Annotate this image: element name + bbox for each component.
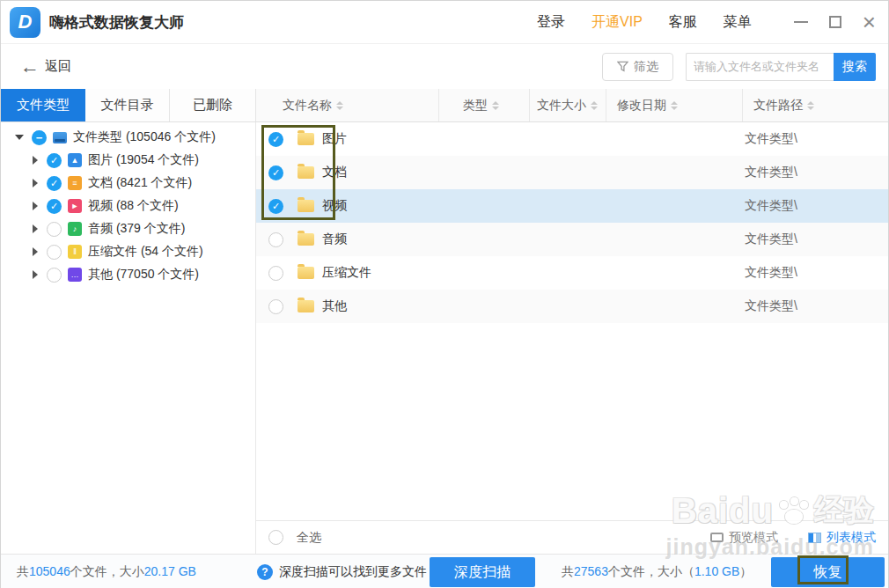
tab-deleted[interactable]: 已删除 (170, 89, 256, 121)
unchecked-checkbox-icon[interactable] (47, 222, 62, 237)
checked-checkbox-icon[interactable]: ✓ (268, 199, 283, 214)
filter-label: 筛选 (634, 59, 658, 75)
tab-file-type[interactable]: 文件类型 (1, 89, 85, 121)
folder-icon (298, 200, 314, 212)
sort-icon[interactable] (671, 101, 678, 110)
status-bar: 共105046个文件，大小20.17 GB ? 深度扫描可以找到更多文件 深度扫… (1, 554, 888, 588)
other-type-icon: … (68, 268, 82, 282)
question-icon[interactable]: ? (257, 564, 273, 580)
tree-label: 压缩文件 (54 个文件) (88, 244, 203, 260)
tree-item-audio[interactable]: ♪ 音频 (379 个文件) (1, 217, 255, 240)
header-file-size[interactable]: 文件大小 (529, 89, 606, 121)
selected-size: 1.10 GB (694, 564, 739, 578)
search-box: 搜索 (686, 53, 876, 81)
list-footer: 全选 预览模式 列表模式 (256, 520, 888, 554)
header-file-path[interactable]: 文件路径 (742, 89, 888, 121)
folder-icon (298, 267, 314, 279)
sort-icon[interactable] (807, 101, 814, 110)
checked-checkbox-icon[interactable]: ✓ (268, 132, 283, 147)
sort-icon[interactable] (492, 101, 499, 110)
tree-item-documents[interactable]: ✓ ≡ 文档 (8421 个文件) (1, 172, 255, 195)
tree-label: 文档 (8421 个文件) (88, 175, 192, 191)
unchecked-checkbox-icon[interactable] (268, 299, 283, 314)
file-list: ✓ 图片 文件类型\ ✓ 文档 文件类型\ ✓ 视频 文件类型\ (256, 122, 888, 520)
expand-arrow-icon[interactable] (33, 179, 38, 187)
expand-arrow-icon[interactable] (33, 156, 38, 165)
deep-scan-hint: 深度扫描可以找到更多文件 (279, 555, 427, 588)
file-path: 文件类型\ (745, 131, 797, 147)
list-mode-icon (808, 533, 821, 543)
preview-mode-button[interactable]: 预览模式 (710, 530, 778, 546)
checked-checkbox-icon[interactable]: ✓ (47, 153, 62, 168)
unchecked-checkbox-icon[interactable] (47, 268, 62, 283)
funnel-icon (617, 61, 628, 72)
expand-arrow-icon[interactable] (33, 247, 38, 256)
filter-button[interactable]: 筛选 (602, 53, 673, 81)
total-count: 105046 (29, 564, 70, 578)
drive-icon (53, 132, 67, 143)
tree-item-file-types-root[interactable]: − 文件类型 (105046 个文件) (1, 126, 255, 149)
search-button[interactable]: 搜索 (834, 53, 876, 81)
support-link[interactable]: 客服 (669, 13, 697, 32)
app-logo-icon: D (10, 7, 40, 38)
deep-scan-button[interactable]: 深度扫描 (430, 557, 535, 587)
expand-arrow-icon[interactable] (33, 202, 38, 210)
file-path: 文件类型\ (745, 232, 797, 247)
menu-link[interactable]: 菜单 (724, 13, 752, 32)
search-input[interactable] (686, 53, 834, 81)
login-link[interactable]: 登录 (537, 13, 565, 32)
collapse-arrow-icon[interactable] (15, 135, 24, 140)
file-path: 文件类型\ (745, 198, 797, 214)
folder-icon (298, 233, 314, 246)
video-type-icon: ► (68, 199, 82, 213)
table-row-others[interactable]: 其他 文件类型\ (256, 290, 888, 323)
tab-file-directory[interactable]: 文件目录 (85, 89, 170, 121)
tree-label: 图片 (19054 个文件) (88, 152, 199, 168)
table-row-audio[interactable]: 音频 文件类型\ (256, 223, 888, 256)
title-bar: D 嗨格式数据恢复大师 登录 开通VIP 客服 菜单 × (1, 1, 888, 43)
recover-button[interactable]: 恢复 (771, 557, 885, 587)
partial-checkbox-icon[interactable]: − (32, 130, 47, 145)
tree-label: 文件类型 (105046 个文件) (73, 129, 216, 145)
header-file-name[interactable]: 文件名称 (256, 89, 438, 121)
table-header-row: 文件名称 类型 文件大小 修改日期 文件路径 (256, 89, 888, 121)
header-modified-date[interactable]: 修改日期 (606, 89, 742, 121)
checked-checkbox-icon[interactable]: ✓ (268, 165, 283, 180)
checked-checkbox-icon[interactable]: ✓ (47, 199, 62, 214)
sort-icon[interactable] (591, 101, 598, 110)
back-button[interactable]: ← 返回 (20, 57, 71, 77)
unchecked-checkbox-icon[interactable] (268, 530, 283, 545)
expand-arrow-icon[interactable] (33, 224, 38, 233)
unchecked-checkbox-icon[interactable] (47, 245, 62, 260)
selected-count: 27563 (574, 564, 608, 578)
file-type-tree: − 文件类型 (105046 个文件) ✓ ▲ 图片 (19054 个文件) ✓… (1, 122, 256, 554)
archive-type-icon: ‖ (68, 245, 82, 259)
list-mode-button[interactable]: 列表模式 (808, 530, 876, 546)
table-row-archives[interactable]: 压缩文件 文件类型\ (256, 256, 888, 290)
unchecked-checkbox-icon[interactable] (268, 266, 283, 281)
unchecked-checkbox-icon[interactable] (268, 232, 283, 247)
tree-item-archives[interactable]: ‖ 压缩文件 (54 个文件) (1, 240, 255, 263)
table-row-videos[interactable]: ✓ 视频 文件类型\ (256, 189, 888, 223)
maximize-icon[interactable] (829, 16, 841, 28)
back-label: 返回 (45, 58, 71, 75)
tree-item-images[interactable]: ✓ ▲ 图片 (19054 个文件) (1, 149, 255, 172)
table-row-images[interactable]: ✓ 图片 文件类型\ (256, 122, 888, 156)
tree-item-others[interactable]: … 其他 (77050 个文件) (1, 263, 255, 286)
close-icon[interactable]: × (863, 16, 876, 28)
sort-icon[interactable] (336, 101, 343, 110)
file-path: 文件类型\ (745, 165, 797, 180)
header-type[interactable]: 类型 (438, 89, 529, 121)
app-title: 嗨格式数据恢复大师 (49, 12, 184, 33)
selected-files-summary: 共27563个文件，大小（1.10 GB） (562, 555, 752, 588)
back-arrow-icon: ← (20, 57, 40, 77)
vip-link[interactable]: 开通VIP (591, 13, 643, 32)
tree-item-videos[interactable]: ✓ ► 视频 (88 个文件) (1, 195, 255, 217)
total-size: 20.17 GB (144, 564, 196, 578)
table-row-documents[interactable]: ✓ 文档 文件类型\ (256, 156, 888, 189)
checked-checkbox-icon[interactable]: ✓ (47, 176, 62, 191)
minimize-icon[interactable] (794, 21, 808, 23)
folder-icon (298, 133, 314, 145)
select-all-control[interactable]: 全选 (268, 530, 321, 546)
expand-arrow-icon[interactable] (33, 270, 38, 279)
